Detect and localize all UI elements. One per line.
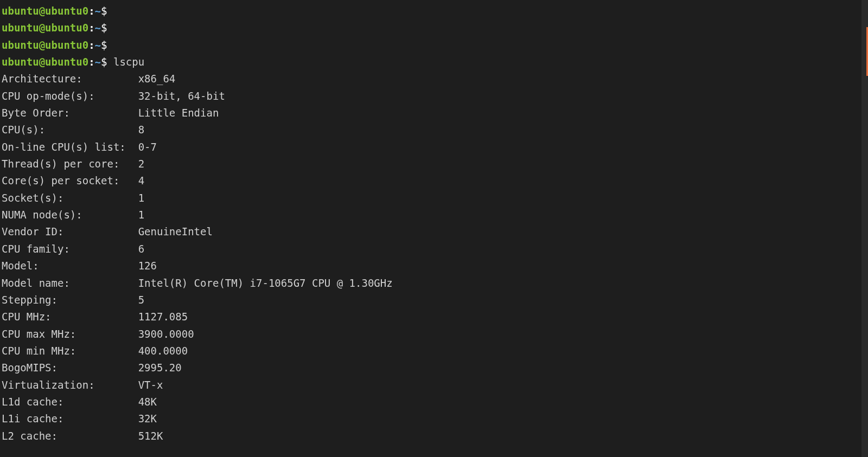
output-line: Model: 126 [2,258,866,274]
output-value: 8 [138,124,144,136]
prompt-line[interactable]: ubuntu@ubuntu0:~$ [2,20,866,36]
output-label: CPU MHz: [2,308,138,325]
output-line: BogoMIPS: 2995.20 [2,359,866,376]
prompt-dollar: $ [101,22,113,34]
output-line: CPU MHz: 1127.085 [2,308,866,325]
output-value: Intel(R) Core(TM) i7-1065G7 CPU @ 1.30GH… [138,277,393,289]
prompt-path: ~ [95,5,101,17]
output-value: 126 [138,260,157,272]
prompt-colon: : [88,5,94,17]
output-value: Little Endian [138,107,219,119]
output-line: CPU min MHz: 400.0000 [2,343,866,359]
output-value: 5 [138,294,144,306]
output-line: On-line CPU(s) list: 0-7 [2,139,866,156]
user-host: ubuntu@ubuntu0 [2,22,88,34]
output-line: CPU(s): 8 [2,121,866,138]
output-line: Architecture: x86_64 [2,70,866,87]
output-value: 2995.20 [138,362,182,374]
output-line: CPU op-mode(s): 32-bit, 64-bit [2,88,866,105]
output-label: Byte Order: [2,105,138,121]
output-line: Core(s) per socket: 4 [2,172,866,189]
output-value: 32K [138,413,157,424]
output-label: CPU family: [2,241,138,258]
prompt-colon: : [88,39,94,51]
output-value: 1 [138,192,144,204]
terminal-window[interactable]: ubuntu@ubuntu0:~$ ubuntu@ubuntu0:~$ ubun… [0,0,868,447]
output-line: CPU max MHz: 3900.0000 [2,326,866,343]
output-value: 512K [138,430,163,442]
output-label: On-line CPU(s) list: [2,139,138,156]
output-line: L2 cache: 512K [2,428,866,445]
output-line: Vendor ID: GenuineIntel [2,223,866,240]
prompt-line[interactable]: ubuntu@ubuntu0:~$ [2,3,866,20]
scrollbar[interactable] [861,0,868,457]
command-text: lscpu [113,56,144,68]
output-value: 6 [138,243,144,255]
output-value: 4 [138,175,144,186]
output-value: 32-bit, 64-bit [138,90,225,102]
output-value: x86_64 [138,73,176,85]
output-label: NUMA node(s): [2,207,138,223]
output-line: L1d cache: 48K [2,394,866,410]
prompt-line[interactable]: ubuntu@ubuntu0:~$ lscpu [2,54,866,70]
prompt-dollar: $ [101,39,113,51]
prompt-path: ~ [95,22,101,34]
output-label: CPU(s): [2,121,138,138]
prompt-dollar: $ [101,5,113,17]
output-value: 1 [138,209,144,221]
output-value: 3900.0000 [138,328,194,340]
user-host: ubuntu@ubuntu0 [2,5,88,17]
output-line: Model name: Intel(R) Core(TM) i7-1065G7 … [2,275,866,292]
output-value: 0-7 [138,141,157,153]
output-label: Virtualization: [2,377,138,394]
user-host: ubuntu@ubuntu0 [2,39,88,51]
output-label: L1d cache: [2,394,138,410]
output-value: 400.0000 [138,345,188,357]
user-host: ubuntu@ubuntu0 [2,56,88,68]
output-label: CPU min MHz: [2,343,138,359]
output-line: Socket(s): 1 [2,190,866,207]
output-line: Stepping: 5 [2,292,866,308]
output-label: CPU max MHz: [2,326,138,343]
output-label: Architecture: [2,70,138,87]
output-line: Virtualization: VT-x [2,377,866,394]
output-label: Socket(s): [2,190,138,207]
prompt-line[interactable]: ubuntu@ubuntu0:~$ [2,37,866,54]
output-label: CPU op-mode(s): [2,88,138,105]
output-value: 48K [138,396,157,408]
output-label: Model: [2,258,138,274]
output-label: Core(s) per socket: [2,172,138,189]
output-label: BogoMIPS: [2,359,138,376]
output-line: L1i cache: 32K [2,410,866,427]
output-line: NUMA node(s): 1 [2,207,866,223]
prompt-dollar: $ [101,56,113,68]
output-line: CPU family: 6 [2,241,866,258]
prompt-path: ~ [95,39,101,51]
prompt-path: ~ [95,56,101,68]
output-label: Vendor ID: [2,223,138,240]
output-value: VT-x [138,379,163,391]
output-value: 2 [138,158,144,170]
output-line: Thread(s) per core: 2 [2,156,866,172]
output-line: Byte Order: Little Endian [2,105,866,121]
prompt-colon: : [88,56,94,68]
prompt-colon: : [88,22,94,34]
output-label: L1i cache: [2,410,138,427]
output-value: GenuineIntel [138,226,213,237]
output-label: Stepping: [2,292,138,308]
output-value: 1127.085 [138,311,188,323]
output-label: L2 cache: [2,428,138,445]
output-label: Thread(s) per core: [2,156,138,172]
output-label: Model name: [2,275,138,292]
